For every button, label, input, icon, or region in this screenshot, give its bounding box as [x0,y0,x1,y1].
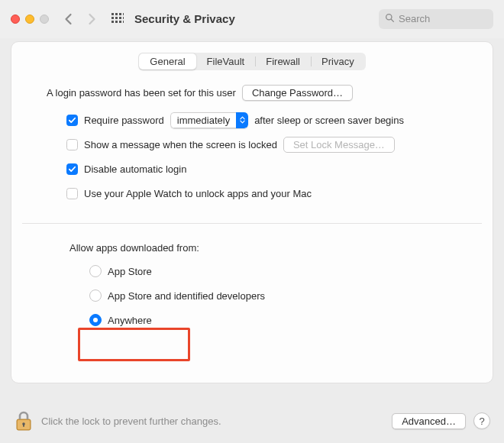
require-password-delay-select[interactable]: immediately [170,112,248,128]
require-password-delay-value: immediately [170,112,236,128]
require-password-label-post: after sleep or screen saver begins [254,115,404,126]
allow-identified-radio[interactable] [89,289,102,302]
require-password-checkbox[interactable] [66,115,78,126]
tab-filevault[interactable]: FileVault [196,53,256,70]
login-password-text: A login password has been set for this u… [47,87,236,99]
annotation-highlight [78,328,190,361]
require-password-label-pre: Require password [84,115,164,126]
apple-watch-unlock-checkbox[interactable] [66,188,78,199]
allow-appstore-radio[interactable] [89,265,102,277]
svg-rect-4 [115,17,118,19]
allow-anywhere-radio[interactable] [89,314,102,326]
nav-history [63,13,98,25]
titlebar: Security & Privacy [0,0,504,38]
allow-appstore-label: App Store [108,266,152,277]
updown-chevron-icon [236,112,248,128]
allow-anywhere-label: Anywhere [108,315,152,326]
page-title: Security & Privacy [134,12,235,25]
svg-rect-8 [119,21,121,23]
change-password-button[interactable]: Change Password… [242,85,353,101]
svg-line-13 [391,19,393,21]
login-section: A login password has been set for this u… [11,84,493,202]
svg-rect-1 [115,13,118,15]
close-window-icon[interactable] [11,15,20,24]
tab-privacy[interactable]: Privacy [311,53,365,70]
check-icon [68,116,76,124]
svg-rect-0 [111,13,114,15]
search-input[interactable] [399,13,487,24]
disable-autologin-checkbox[interactable] [66,163,78,175]
tab-firewall[interactable]: Firewall [255,53,311,70]
svg-rect-11 [123,21,124,23]
search-field[interactable] [379,9,493,29]
tabs: General FileVault Firewall Privacy [138,53,365,70]
svg-rect-9 [123,13,124,15]
advanced-button[interactable]: Advanced… [392,413,466,429]
main-panel: General FileVault Firewall Privacy A log… [11,41,493,383]
svg-rect-10 [123,17,124,19]
show-message-checkbox[interactable] [66,139,78,150]
search-icon [385,13,399,25]
svg-rect-2 [119,13,121,15]
svg-rect-5 [119,17,121,19]
footer: Click the lock to prevent further change… [0,400,504,443]
svg-rect-17 [23,424,24,427]
allow-identified-label: App Store and identified developers [108,290,265,302]
show-all-prefs-icon[interactable] [111,13,124,25]
forward-button[interactable] [86,13,98,25]
back-button[interactable] [63,13,74,25]
svg-rect-3 [111,17,114,19]
lock-icon[interactable] [14,409,34,432]
allow-apps-heading: Allow apps downloaded from: [69,242,462,254]
show-message-label: Show a message when the screen is locked [84,139,277,150]
check-icon [68,165,76,173]
tab-general[interactable]: General [139,53,195,70]
allow-apps-section: Allow apps downloaded from: App Store Ap… [11,242,493,328]
apple-watch-unlock-label: Use your Apple Watch to unlock apps and … [84,188,312,199]
svg-rect-6 [111,21,114,23]
lock-description: Click the lock to prevent further change… [41,416,221,427]
window-controls [11,15,49,24]
help-button[interactable]: ? [473,412,490,429]
minimize-window-icon[interactable] [25,15,34,24]
section-divider [22,223,482,224]
disable-autologin-label: Disable automatic login [84,163,186,175]
set-lock-message-button: Set Lock Message… [283,137,395,153]
svg-rect-7 [115,21,118,23]
zoom-window-icon [40,15,49,24]
